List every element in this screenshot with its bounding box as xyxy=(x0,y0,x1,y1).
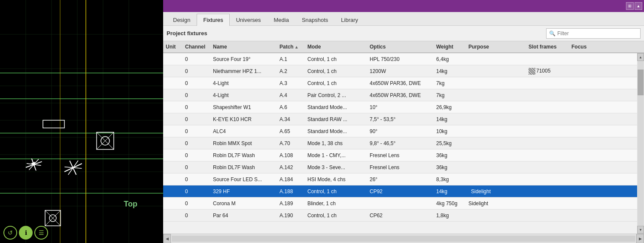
cell-name: Robin DL7F Wash xyxy=(210,164,277,170)
horizontal-scrollbar[interactable]: ◀ ▶ xyxy=(163,234,644,243)
scroll-left-btn[interactable]: ◀ xyxy=(163,234,171,243)
table-row[interactable]: 0 4-Light A.3 Control, 1 ch 4x650W PAR36… xyxy=(163,77,637,89)
cell-weight: 7kg xyxy=(434,80,466,86)
col-header-weight[interactable]: Weight xyxy=(434,44,466,50)
cell-name: Niethammer HPZ 1... xyxy=(210,68,277,74)
cell-mode: Mode 1 - CMY,... xyxy=(305,152,367,158)
cell-channel: 0 xyxy=(182,68,210,74)
table-row[interactable]: 0 Par 64 A.190 Control, 1 ch CP62 1,8kg xyxy=(163,210,637,222)
cell-mode: Standard Mode... xyxy=(305,128,367,134)
phone-icon[interactable]: ↺ xyxy=(3,226,17,240)
cell-patch: A.108 xyxy=(277,152,305,158)
top-label: Top xyxy=(124,200,137,209)
scroll-track[interactable] xyxy=(638,61,644,226)
cell-optics: 4x650W PAR36, DWE xyxy=(367,92,434,98)
cell-name: Robin DL7F Wash xyxy=(210,152,277,158)
filter-input[interactable] xyxy=(557,30,638,36)
cell-name: K-EYE K10 HCR xyxy=(210,116,277,122)
tab-snapshots[interactable]: Snapshots xyxy=(295,14,334,26)
col-header-purpose[interactable]: Purpose xyxy=(466,44,526,50)
cell-weight: 36kg xyxy=(434,152,466,158)
table-row[interactable]: 0 329 HF A.188 Control, 1 ch CP92 14kg S… xyxy=(163,185,637,197)
cell-optics: 4x650W PAR36, DWE xyxy=(367,80,434,86)
table-row[interactable]: 0 Corona M A.189 Blinder, 1 ch 4kg 750g … xyxy=(163,197,637,210)
cell-name: Shapeshifter W1 xyxy=(210,104,277,110)
table-row[interactable]: 0 Robin DL7F Wash A.108 Mode 1 - CMY,...… xyxy=(163,149,637,161)
table-row[interactable]: 0 Niethammer HPZ 1... A.2 Control, 1 ch … xyxy=(163,65,637,77)
cell-patch: A.142 xyxy=(277,164,305,170)
col-header-unit[interactable]: Unit xyxy=(163,44,182,50)
right-panel: ⊞ ▲ Design Fixtures Universes Media Snap… xyxy=(163,0,644,243)
col-header-optics[interactable]: Optics xyxy=(367,44,434,50)
project-title: Project fixtures xyxy=(167,30,207,36)
cell-optics: HPL 750/230 xyxy=(367,56,434,62)
col-header-slot-frames[interactable]: Slot frames xyxy=(526,44,569,50)
cell-patch: A.2 xyxy=(277,68,305,74)
col-header-mode[interactable]: Mode xyxy=(305,44,367,50)
table-header: Unit Channel Name Patch ▲ Mode Optics We… xyxy=(163,41,644,53)
cell-patch: A.70 xyxy=(277,140,305,146)
info-icon[interactable]: ℹ xyxy=(19,226,33,240)
cell-optics: CP92 xyxy=(367,188,434,194)
cell-weight: 36kg xyxy=(434,164,466,170)
cell-name: 329 HF xyxy=(210,188,277,194)
cell-channel: 0 xyxy=(182,200,210,207)
col-header-name[interactable]: Name xyxy=(210,44,277,50)
cell-purpose: Sidelight xyxy=(466,200,526,207)
col-header-channel[interactable]: Channel xyxy=(182,44,210,50)
tab-universes[interactable]: Universes xyxy=(230,14,267,26)
table-body[interactable]: 0 Source Four 19° A.1 Control, 1 ch HPL … xyxy=(163,53,637,234)
col-header-patch[interactable]: Patch ▲ xyxy=(277,44,305,50)
cell-optics: 26° xyxy=(367,176,434,182)
scroll-thumb[interactable] xyxy=(638,70,644,95)
cell-optics: 9,8° - 46,5° xyxy=(367,140,434,146)
close-btn-right[interactable]: ▲ xyxy=(635,2,642,10)
table-row[interactable]: 0 ALC4 A.65 Standard Mode... 90° 10kg xyxy=(163,125,637,137)
table-container: Unit Channel Name Patch ▲ Mode Optics We… xyxy=(163,41,644,243)
cell-weight: 14kg xyxy=(434,116,466,122)
tab-library[interactable]: Library xyxy=(334,14,365,26)
cell-name: Robin MMX Spot xyxy=(210,140,277,146)
table-row[interactable]: 0 K-EYE K10 HCR A.34 Standard RAW ... 7,… xyxy=(163,113,637,125)
sort-arrow-patch: ▲ xyxy=(295,45,299,49)
right-titlebar: ⊞ ▲ xyxy=(163,0,644,12)
cell-mode: Control, 1 ch xyxy=(305,188,367,194)
scroll-right-btn[interactable]: ▶ xyxy=(636,234,644,243)
cell-optics: CP62 xyxy=(367,213,434,219)
cell-optics: Fresnel Lens xyxy=(367,152,434,158)
cell-mode: Standard RAW ... xyxy=(305,116,367,122)
table-row[interactable]: 0 Source Four LED S... A.184 HSI Mode, 4… xyxy=(163,173,637,185)
restore-btn-right[interactable]: ⊞ xyxy=(626,2,634,10)
cell-weight: 14kg xyxy=(434,68,466,74)
cell-name: Corona M xyxy=(210,200,277,207)
table-row[interactable]: 0 4-Light A.4 Pair Control, 2 ... 4x650W… xyxy=(163,89,637,101)
cell-channel: 0 xyxy=(182,164,210,170)
table-row[interactable]: 0 Shapeshifter W1 A.6 Standard Mode... 1… xyxy=(163,101,637,113)
table-row[interactable]: 0 Robin MMX Spot A.70 Mode 1, 38 chs 9,8… xyxy=(163,137,637,149)
cell-purpose: Sidelight xyxy=(466,188,526,195)
cell-mode: Control, 1 ch xyxy=(305,80,367,86)
tab-media[interactable]: Media xyxy=(267,14,295,26)
table-row[interactable]: 0 Robin DL7F Wash A.142 Mode 3 - Seve...… xyxy=(163,161,637,173)
filter-box[interactable]: 🔍 xyxy=(546,28,641,39)
cell-optics: Fresnel Lens xyxy=(367,164,434,170)
scroll-up-btn[interactable]: ▲ xyxy=(637,53,644,61)
menu-icon[interactable]: ☰ xyxy=(34,226,48,240)
cell-channel: 0 xyxy=(182,128,210,134)
cell-channel: 0 xyxy=(182,152,210,158)
tab-fixtures[interactable]: Fixtures xyxy=(197,14,229,26)
cell-patch: A.34 xyxy=(277,116,305,122)
tab-design[interactable]: Design xyxy=(167,14,197,26)
tab-bar: Design Fixtures Universes Media Snapshot… xyxy=(163,12,644,26)
cell-channel: 0 xyxy=(182,80,210,86)
table-row[interactable]: 0 Source Four 19° A.1 Control, 1 ch HPL … xyxy=(163,53,637,65)
col-header-focus[interactable]: Focus xyxy=(569,44,595,50)
svg-rect-0 xyxy=(0,0,163,243)
cell-optics: 10° xyxy=(367,104,434,110)
cell-weight: 4kg 750g xyxy=(434,200,466,207)
vertical-scrollbar[interactable]: ▲ ▼ xyxy=(637,53,644,234)
scroll-down-btn[interactable]: ▼ xyxy=(637,226,644,234)
cell-mode: Control, 1 ch xyxy=(305,213,367,219)
h-scroll-track[interactable] xyxy=(172,236,635,242)
cell-slot-frames: 71005 xyxy=(526,68,569,75)
